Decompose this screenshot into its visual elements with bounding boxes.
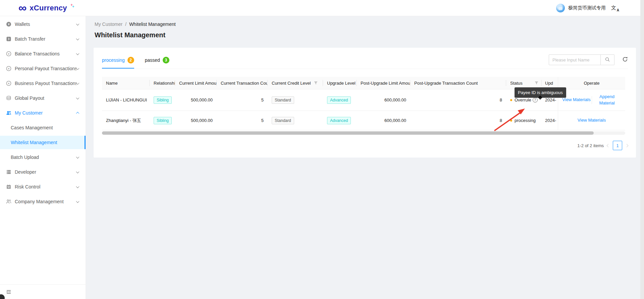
relationship-tag: Sibling (154, 96, 172, 104)
app-header: ∞ xCurrency 极简货币测试专用 文 A (0, 0, 644, 16)
filter-icon[interactable] (535, 81, 538, 86)
tab-processing[interactable]: processing 2 (102, 55, 134, 69)
svg-text:¥: ¥ (8, 52, 10, 55)
refresh-button[interactable] (622, 56, 628, 63)
prev-page-icon[interactable] (607, 144, 610, 147)
risk-control-icon (6, 184, 11, 189)
sidebar-item-balance-transactions[interactable]: ¥ Balance Transactions (0, 47, 86, 60)
brand-logo: ∞ xCurrency (18, 3, 75, 13)
page-number-button[interactable]: 1 (613, 141, 622, 150)
chevron-down-icon (76, 52, 79, 55)
cell-current-transaction-count: 5 (217, 111, 268, 130)
sidebar-item-cases-management[interactable]: Cases Management (0, 121, 86, 134)
breadcrumb: My Customer/Whitelist Management (95, 22, 644, 27)
cell-operate: View Materials (558, 111, 625, 130)
pagination-summary: 1-2 of 2 items (577, 143, 604, 148)
sidebar-item-global-payout[interactable]: Global Payout (0, 91, 86, 105)
cell-post-upgrade-limit-amount: 600,000.00 (357, 111, 410, 130)
cell-post-upgrade-transaction-count: 8 (410, 89, 506, 111)
append-material-link[interactable]: Append Material (593, 94, 622, 106)
col-current-limit-amount: Current Limit Amount (175, 77, 217, 89)
tabs: processing 2 passed 3 (102, 55, 169, 69)
global-payout-icon (6, 95, 11, 101)
cell-relationship: Sibling (150, 89, 175, 111)
cell-current-limit-amount: 500,000.00 (175, 89, 217, 111)
sidebar-item-batch-transfer[interactable]: Batch Transfer (0, 32, 86, 46)
chevron-up-icon (76, 112, 79, 115)
passed-count-badge: 3 (163, 57, 169, 63)
page-title: Whitelist Management (95, 31, 644, 39)
cell-upgrade-level: Advanced (323, 111, 357, 130)
cell-status: processing (506, 111, 542, 130)
sidebar-item-my-customer[interactable]: My Customer (0, 106, 86, 120)
sidebar-item-whitelist-management[interactable]: Whitelist Management (0, 136, 86, 149)
username: 极简货币测试专用 (568, 5, 606, 11)
cell-current-transaction-count: 5 (217, 89, 268, 111)
chevron-down-icon (76, 170, 79, 173)
business-payout-icon: ¥ (6, 81, 11, 86)
sidebar-item-company-management[interactable]: Company Management (0, 195, 86, 208)
chevron-down-icon (76, 67, 79, 70)
svg-text:¥: ¥ (8, 67, 10, 70)
col-current-transaction-count: Current Transaction Count (217, 77, 268, 89)
content-card: processing 2 passed 3 (94, 48, 636, 158)
col-operate: Operate (558, 77, 625, 89)
cell-update-time: 2024- (542, 111, 558, 130)
collapse-sidebar-icon[interactable] (6, 289, 11, 295)
horizontal-scrollbar (102, 131, 625, 135)
refresh-icon (622, 56, 628, 63)
breadcrumb-parent[interactable]: My Customer (95, 22, 122, 27)
upgrade-level-tag: Advanced (327, 117, 351, 124)
relationship-tag: Sibling (154, 117, 172, 124)
cell-current-credit-level: Standard (268, 89, 323, 111)
cell-name: LIJIAN - LICHUNGUI (102, 89, 150, 111)
col-upgrade-level: Upgrade Level (323, 77, 357, 89)
search-button[interactable] (600, 54, 614, 65)
chevron-down-icon (76, 185, 79, 188)
breadcrumb-current: Whitelist Management (129, 22, 176, 27)
pagination: 1-2 of 2 items 1 (102, 141, 628, 152)
question-circle-icon[interactable] (533, 97, 538, 102)
status-text: Overrule (515, 97, 531, 102)
sidebar-item-personal-payout[interactable]: ¥ Personal Payout Transactions (0, 62, 86, 75)
col-post-upgrade-limit-amount: Post-Upgrade Limit Amount (357, 77, 410, 89)
sidebar-item-batch-upload[interactable]: Batch Upload (0, 151, 86, 164)
credit-level-tag: Standard (272, 117, 294, 124)
sidebar-item-risk-control[interactable]: Risk Control (0, 180, 86, 194)
cell-relationship: Sibling (150, 111, 175, 130)
chevron-down-icon (76, 155, 79, 159)
view-materials-link[interactable]: View Materials (562, 97, 591, 103)
chevron-down-icon (76, 22, 79, 26)
table-row: Zhangtianyi - 张五 Sibling 500,000.00 5 St… (102, 111, 625, 130)
sidebar-item-wallets[interactable]: ¥ Wallets (0, 17, 86, 31)
page-scrollbar[interactable] (640, 0, 644, 299)
chevron-down-icon (76, 37, 79, 40)
filter-icon[interactable] (314, 81, 318, 86)
cell-current-limit-amount: 500,000.00 (175, 111, 217, 130)
sidebar-item-developer[interactable]: Developer (0, 165, 86, 179)
view-materials-link[interactable]: View Materials (578, 117, 606, 123)
infinity-logo-icon: ∞ (18, 3, 26, 13)
my-customer-icon (6, 110, 11, 116)
chevron-down-icon (76, 200, 79, 203)
col-post-upgrade-transaction-count: Post-Upgrade Transaction Count (410, 77, 506, 89)
cell-current-credit-level: Standard (268, 111, 323, 130)
search-group (549, 54, 628, 65)
cell-operate: View Materials Append Material (558, 89, 625, 111)
col-name: Name (102, 77, 150, 89)
wallet-icon: ¥ (6, 22, 11, 27)
next-page-icon[interactable] (625, 144, 629, 147)
balance-transactions-icon: ¥ (6, 51, 11, 56)
translate-icon[interactable]: 文 A (611, 5, 619, 11)
svg-text:¥: ¥ (8, 23, 10, 26)
sidebar-item-business-payout[interactable]: ¥ Business Payout Transactions (0, 77, 86, 90)
tab-passed[interactable]: passed 3 (145, 55, 169, 69)
brand-name: xCurrency (30, 3, 67, 13)
sparkle-icon (70, 3, 75, 9)
toolbar: processing 2 passed 3 (102, 54, 628, 69)
horizontal-scrollbar-thumb[interactable] (102, 131, 594, 135)
user-menu[interactable]: 极简货币测试专用 (556, 4, 606, 12)
company-management-icon (6, 199, 11, 204)
search-input[interactable] (549, 54, 601, 65)
status-text: processing (515, 118, 536, 123)
